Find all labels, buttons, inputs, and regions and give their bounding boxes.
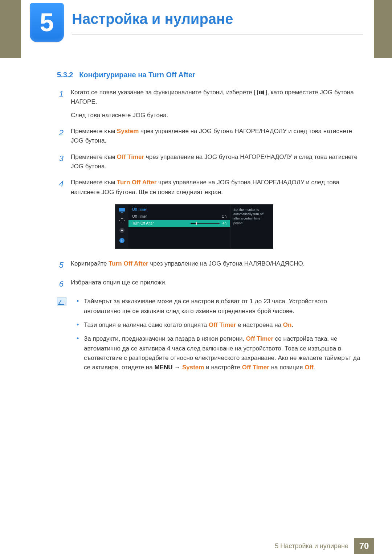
note-text: За продукти, предназначени за пазара в н…: [84, 334, 363, 372]
osd-menu-header: Off Timer: [128, 206, 230, 213]
info-icon: [118, 237, 126, 244]
step-4: 4 Преминете към Turn Off After чрез упра…: [57, 178, 363, 197]
osd-row-label: Turn Off After: [132, 221, 154, 225]
osd-sidebar: [115, 205, 128, 249]
step-number: 6: [57, 278, 64, 290]
note-item-1: • Таймерът за изключване може да се наст…: [77, 297, 363, 316]
text: Таймерът за изключване може да се настро…: [84, 298, 327, 314]
text: на позиция: [269, 364, 305, 371]
keyword-turn-off-after: Turn Off After: [109, 260, 148, 267]
osd-slider: [191, 223, 220, 224]
step-6: 6 Избраната опция ще се приложи.: [57, 278, 363, 290]
bullet-icon: •: [77, 334, 79, 372]
text: е настроена на: [236, 321, 283, 328]
step-body: Коригирайте Turn Off After чрез управлен…: [71, 259, 363, 271]
osd-panel: Off Timer Off Timer On Turn Off After 4h…: [115, 204, 273, 249]
note-text: Таймерът за изключване може да се настро…: [84, 297, 363, 316]
text: Преминете към: [71, 128, 117, 135]
text: За продукти, предназначени за пазара в н…: [84, 335, 246, 342]
osd-screenshot: Off Timer Off Timer On Turn Off After 4h…: [115, 204, 363, 249]
osd-row-label: Off Timer: [132, 214, 147, 218]
step-body: Избраната опция ще се приложи.: [71, 278, 363, 290]
header-left-stripe: [0, 0, 21, 58]
page-number: 70: [354, 538, 374, 554]
note-block: • Таймерът за изключване може да се наст…: [57, 297, 363, 377]
page-content: 5.3.2 Конфигуриране на Turn Off After 1 …: [57, 71, 363, 377]
bullet-icon: •: [77, 297, 79, 316]
text: Преминете към: [71, 179, 117, 186]
svg-rect-1: [121, 212, 123, 213]
step-2: 2 Преминете към System чрез управление н…: [57, 127, 363, 146]
page-footer: 5 Настройка и нулиране 70: [21, 538, 374, 554]
page-left-margin: [0, 58, 21, 554]
step-body: Преминете към System чрез управление на …: [71, 127, 363, 146]
text: чрез управление на JOG бутона НАЛЯВО/НАД…: [148, 260, 305, 267]
osd-row-value: On: [222, 214, 226, 218]
keyword-system: System: [182, 364, 204, 371]
note-list: • Таймерът за изключване може да се наст…: [77, 297, 363, 377]
keyword-off-timer: Off Timer: [209, 321, 236, 328]
step-body: Преминете към Off Timer чрез управление …: [71, 152, 363, 172]
arrows-icon: [118, 217, 126, 223]
page-header: 5 Настройка и нулиране: [0, 0, 392, 58]
step-body: Преминете към Turn Off After чрез управл…: [71, 178, 363, 197]
text: .: [314, 364, 315, 371]
step-number: 3: [57, 152, 64, 172]
step-1: 1 Когато се появи указание за функционал…: [57, 88, 363, 120]
step-number: 5: [57, 259, 64, 271]
text: и настройте: [204, 364, 242, 371]
svg-rect-0: [119, 208, 125, 212]
svg-rect-6: [122, 239, 122, 240]
step-3: 3 Преминете към Off Timer чрез управлени…: [57, 152, 363, 172]
chapter-number-badge: 5: [30, 3, 64, 42]
bullet-icon: •: [77, 320, 79, 330]
svg-rect-5: [122, 240, 122, 242]
note-item-3: • За продукти, предназначени за пазара в…: [77, 334, 363, 372]
keyword-off-timer: Off Timer: [246, 335, 273, 342]
osd-row-value: 4h: [222, 221, 226, 225]
text: Избраната опция ще се приложи.: [71, 279, 167, 286]
chapter-title: Настройка и нулиране: [72, 11, 233, 27]
osd-main: Off Timer Off Timer On Turn Off After 4h…: [128, 205, 273, 249]
step-body: Когато се появи указание за функционални…: [71, 88, 363, 120]
menu-icon: [257, 90, 264, 95]
osd-row-off-timer: Off Timer On: [128, 213, 230, 220]
section-title: Конфигуриране на Turn Off After: [79, 71, 195, 79]
keyword-off-timer: Off Timer: [242, 364, 269, 371]
step-5: 5 Коригирайте Turn Off After чрез управл…: [57, 259, 363, 271]
note-icon: [57, 297, 66, 305]
keyword-turn-off-after: Turn Off After: [117, 179, 157, 186]
text: Тази опция е налична само когато опцията: [84, 321, 209, 328]
section-heading: 5.3.2 Конфигуриране на Turn Off After: [57, 71, 363, 79]
text: .: [291, 321, 293, 328]
text: →: [173, 364, 182, 371]
text: Преминете към: [71, 153, 117, 160]
keyword-menu: MENU: [154, 364, 172, 371]
osd-help-text: Set the monitor to automatically turn of…: [230, 205, 273, 249]
keyword-off: Off: [305, 364, 314, 371]
keyword-off-timer: Off Timer: [117, 153, 144, 160]
section-number: 5.3.2: [57, 71, 73, 79]
svg-point-3: [121, 230, 123, 231]
step-1-pre: Когато се появи указание за функционални…: [71, 89, 256, 96]
step-number: 2: [57, 127, 64, 146]
page-right-margin: [374, 58, 392, 554]
keyword-system: System: [117, 128, 139, 135]
step-1-sub: След това натиснете JOG бутона.: [71, 111, 363, 120]
note-item-2: • Тази опция е налична само когато опция…: [77, 320, 363, 330]
step-number: 4: [57, 178, 64, 197]
keyword-on: On: [283, 321, 292, 328]
footer-label: 5 Настройка и нулиране: [269, 538, 354, 554]
osd-row-turn-off-after: Turn Off After 4h: [128, 220, 230, 227]
note-text: Тази опция е налична само когато опцията…: [84, 320, 293, 330]
text: Коригирайте: [71, 260, 109, 267]
header-right-stripe: [374, 0, 392, 58]
osd-menu: Off Timer Off Timer On Turn Off After 4h: [128, 205, 230, 249]
gear-icon: [118, 227, 126, 234]
monitor-icon: [118, 207, 126, 213]
title-underline: [72, 34, 363, 34]
step-number: 1: [57, 88, 64, 120]
